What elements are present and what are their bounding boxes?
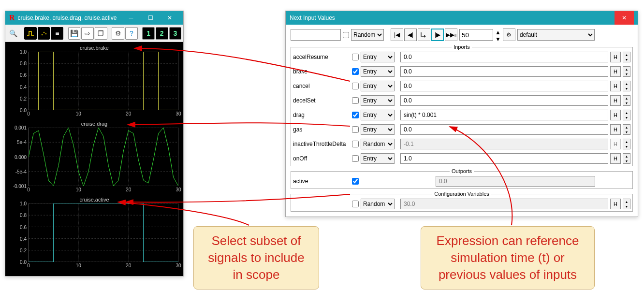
svg-point-0 — [42, 34, 43, 35]
view-1-button[interactable]: 1 — [142, 27, 155, 40]
step-down-button[interactable]: ▼ — [623, 130, 630, 134]
history-button[interactable]: H — [610, 110, 621, 120]
step-down-button[interactable]: ▼ — [623, 115, 630, 120]
inputs-toolbar: Random |◀ ◀| |▶ ▶▶|| ▲▼ ⚙ default — [291, 29, 633, 41]
inport-name: drag — [293, 112, 350, 118]
inport-value[interactable] — [400, 52, 608, 62]
minimize-button[interactable]: ─ — [121, 11, 141, 25]
inport-checkbox[interactable] — [352, 112, 359, 118]
step-down-button[interactable]: ▼ — [623, 204, 630, 209]
step-up-button[interactable]: ▲ — [623, 154, 630, 159]
plot-canvas — [29, 52, 178, 110]
inport-value[interactable] — [400, 81, 608, 91]
configvar-row: Random H ▲▼ — [291, 197, 632, 211]
go-start-button[interactable]: |◀ — [391, 29, 403, 41]
history-button[interactable]: H — [610, 66, 621, 77]
target-select[interactable]: default — [517, 29, 595, 41]
steps-input[interactable] — [459, 29, 493, 41]
play-pause-button[interactable]: ▶▶|| — [445, 29, 457, 41]
inport-checkbox[interactable] — [352, 83, 359, 89]
step-back-button[interactable]: ◀| — [404, 29, 417, 41]
steps-up-button[interactable]: ▲ — [495, 29, 501, 36]
x-axis: 0102030 — [29, 111, 178, 119]
export-button[interactable]: ⇨ — [81, 27, 94, 40]
step-down-button[interactable]: ▼ — [623, 57, 630, 62]
maximize-button[interactable]: ☐ — [141, 11, 160, 25]
configvar-checkbox[interactable] — [352, 201, 359, 207]
history-button[interactable]: H — [610, 81, 621, 91]
inport-kind-select[interactable]: Entry — [361, 81, 395, 91]
step-up-button[interactable]: ▲ — [623, 96, 630, 101]
step-into-button[interactable] — [418, 29, 430, 41]
inport-kind-select[interactable]: Entry — [361, 153, 395, 164]
step-up-button[interactable]: ▲ — [623, 139, 630, 144]
inport-kind-select[interactable]: Entry — [361, 124, 395, 135]
scope-window: R cruise.brake, cruise.drag, cruise.acti… — [5, 11, 184, 276]
history-button[interactable]: H — [610, 52, 621, 62]
inport-checkbox[interactable] — [352, 54, 359, 60]
step-up-button[interactable]: ▲ — [623, 67, 630, 72]
plot-style-scatter-button[interactable] — [38, 27, 50, 40]
inport-value[interactable] — [400, 153, 608, 164]
play-button[interactable]: |▶ — [431, 29, 444, 41]
inport-value[interactable] — [400, 124, 608, 135]
step-up-button[interactable]: ▲ — [623, 52, 630, 57]
inport-checkbox[interactable] — [352, 68, 359, 75]
save-button[interactable]: 💾 — [68, 27, 81, 40]
help-button[interactable]: ? — [125, 27, 138, 40]
gear-button[interactable]: ⚙ — [503, 29, 515, 41]
inport-checkbox[interactable] — [352, 155, 359, 162]
settings-button[interactable]: ⚙ — [112, 27, 124, 40]
step-down-button[interactable]: ▼ — [623, 159, 630, 163]
inport-kind-select[interactable]: Entry — [361, 110, 395, 120]
history-button[interactable]: H — [610, 153, 621, 164]
search-icon[interactable]: 🔍 — [7, 27, 20, 40]
configvars-group: Configuration Variables Random H ▲▼ — [291, 191, 633, 212]
outports-group: Outports active — [291, 168, 633, 189]
step-up-button[interactable]: ▲ — [623, 110, 630, 115]
outport-checkbox[interactable] — [352, 178, 359, 185]
inport-value[interactable] — [400, 95, 608, 106]
inport-kind-select[interactable]: Entry — [361, 95, 395, 106]
history-button[interactable]: H — [610, 139, 621, 149]
history-button[interactable]: H — [610, 95, 621, 106]
configvar-value — [400, 199, 608, 209]
history-button[interactable]: H — [610, 199, 621, 209]
copy-button[interactable]: ❐ — [95, 27, 107, 40]
scope-titlebar[interactable]: R cruise.brake, cruise.drag, cruise.acti… — [5, 11, 183, 25]
top-checkbox[interactable] — [343, 32, 349, 38]
close-button[interactable]: ✕ — [160, 11, 179, 25]
inport-kind-select[interactable]: Entry — [361, 52, 395, 62]
y-axis: 1.00.80.60.40.20.0 — [7, 203, 28, 262]
step-down-button[interactable]: ▼ — [623, 72, 630, 76]
app-logo-icon: R — [9, 14, 15, 22]
inport-value[interactable] — [400, 110, 608, 120]
plot-style-list-button[interactable]: ≡ — [51, 27, 63, 40]
view-2-button[interactable]: 2 — [156, 27, 168, 40]
inputs-titlebar[interactable]: Next Input Values ✕ — [286, 11, 638, 25]
inport-value[interactable] — [400, 66, 608, 77]
step-up-button[interactable]: ▲ — [623, 81, 630, 86]
step-up-button[interactable]: ▲ — [623, 199, 630, 204]
view-3-button[interactable]: 3 — [169, 27, 182, 40]
inport-checkbox[interactable] — [352, 97, 359, 104]
outport-value — [436, 176, 595, 187]
inport-kind-select[interactable]: Random — [361, 139, 395, 149]
close-button[interactable]: ✕ — [615, 11, 634, 25]
inport-checkbox[interactable] — [352, 126, 359, 133]
step-down-button[interactable]: ▼ — [623, 144, 630, 149]
configvar-kind-select[interactable]: Random — [361, 199, 395, 209]
filter-input[interactable] — [291, 29, 341, 41]
inport-name: gas — [293, 126, 350, 133]
history-button[interactable]: H — [610, 124, 621, 135]
step-up-button[interactable]: ▲ — [623, 125, 630, 130]
step-down-button[interactable]: ▼ — [623, 101, 630, 105]
steps-down-button[interactable]: ▼ — [495, 36, 501, 43]
step-down-button[interactable]: ▼ — [623, 86, 630, 91]
inport-kind-select[interactable]: Entry — [361, 66, 395, 77]
plot-style-step-button[interactable] — [24, 27, 37, 40]
inport-name: inactiveThrottleDelta — [293, 141, 350, 147]
plot-title: cruise.active — [7, 196, 181, 203]
top-mode-select[interactable]: Random — [351, 29, 384, 41]
inport-checkbox[interactable] — [352, 141, 359, 147]
